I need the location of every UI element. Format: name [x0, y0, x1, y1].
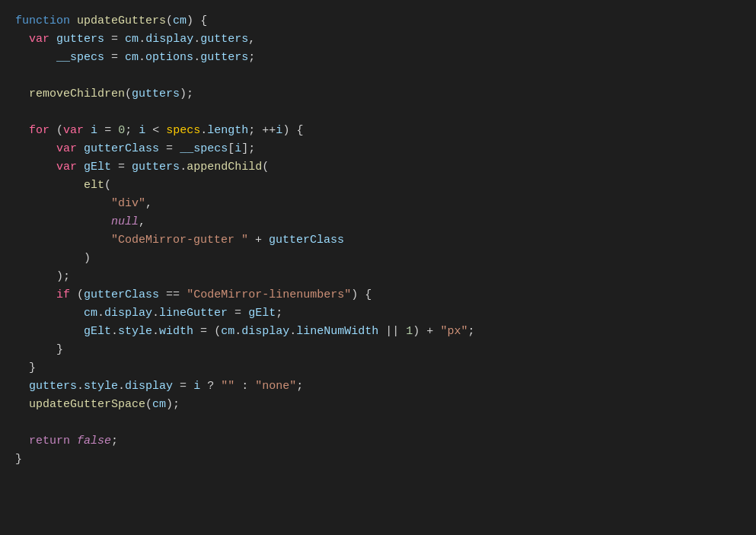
code-line-19: }	[15, 341, 741, 359]
code-line-7: for (var i = 0; i < specs.length; ++i) {	[15, 122, 741, 140]
code-line-18: gElt.style.width = (cm.display.lineNumWi…	[15, 323, 741, 341]
code-line-22: updateGutterSpace(cm);	[15, 396, 741, 414]
code-line-14: )	[15, 250, 741, 268]
code-line-17: cm.display.lineGutter = gElt;	[15, 304, 741, 323]
code-line-13: "CodeMirror-gutter " + gutterClass	[15, 231, 741, 250]
code-line-15: );	[15, 268, 741, 286]
code-line-4	[15, 67, 741, 85]
code-line-25: }	[15, 451, 741, 469]
code-line-20: }	[15, 359, 741, 377]
code-line-23	[15, 414, 741, 432]
code-line-10: elt(	[15, 177, 741, 195]
code-line-5: removeChildren(gutters);	[15, 85, 741, 103]
code-line-16: if (gutterClass == "CodeMirror-linenumbe…	[15, 286, 741, 304]
code-line-24: return false;	[15, 432, 741, 451]
code-line-8: var gutterClass = __specs[i];	[15, 140, 741, 158]
code-editor: function updateGutters(cm) { var gutters…	[0, 0, 756, 535]
code-line-6	[15, 103, 741, 122]
code-line-12: null,	[15, 213, 741, 231]
code-line-3: __specs = cm.options.gutters;	[15, 49, 741, 67]
code-line-21: gutters.style.display = i ? "" : "none";	[15, 377, 741, 396]
code-line-9: var gElt = gutters.appendChild(	[15, 158, 741, 177]
code-line-1: function updateGutters(cm) {	[15, 12, 741, 30]
code-line-2: var gutters = cm.display.gutters,	[15, 30, 741, 49]
code-line-11: "div",	[15, 195, 741, 213]
